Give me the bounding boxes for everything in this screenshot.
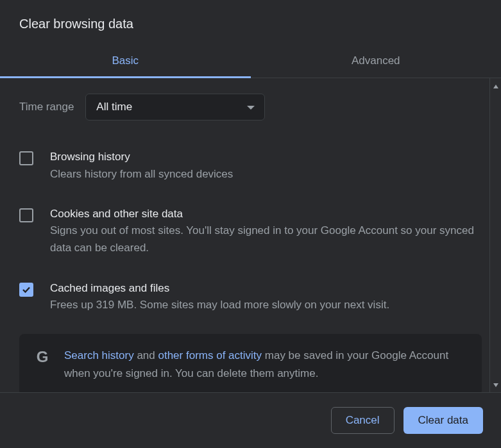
option-text: Browsing history Clears history from all… (50, 149, 482, 183)
scroll-down-icon[interactable] (493, 377, 499, 392)
checkbox-browsing-history[interactable] (19, 151, 33, 165)
google-account-notice: G Search history and other forms of acti… (19, 334, 482, 392)
option-browsing-history[interactable]: Browsing history Clears history from all… (19, 144, 482, 201)
option-title: Cached images and files (50, 280, 482, 297)
dialog-footer: Cancel Clear data (0, 392, 501, 448)
cancel-button[interactable]: Cancel (331, 407, 395, 434)
option-desc: Signs you out of most sites. You'll stay… (50, 222, 482, 256)
dialog-title: Clear browsing data (0, 0, 501, 46)
option-desc: Clears history from all synced devices (50, 165, 482, 183)
scroll-up-icon[interactable] (493, 78, 499, 94)
option-text: Cookies and other site data Signs you ou… (50, 206, 482, 257)
notice-link-search-history[interactable]: Search history (64, 349, 134, 361)
notice-text: Search history and other forms of activi… (64, 347, 468, 383)
tab-basic[interactable]: Basic (0, 46, 251, 78)
time-range-row: Time range All time (19, 94, 482, 120)
time-range-select[interactable]: All time (85, 94, 265, 120)
option-cache[interactable]: Cached images and files Frees up 319 MB.… (19, 275, 482, 332)
google-g-icon: G (33, 347, 51, 367)
option-text: Cached images and files Frees up 319 MB.… (50, 280, 482, 314)
scroll-area: Time range All time Browsing history Cle… (0, 78, 501, 392)
checkbox-cookies[interactable] (19, 208, 33, 222)
notice-link-other-activity[interactable]: other forms of activity (158, 349, 262, 361)
option-title: Cookies and other site data (50, 206, 482, 222)
option-cookies[interactable]: Cookies and other site data Signs you ou… (19, 201, 482, 275)
option-title: Browsing history (50, 149, 482, 165)
clear-data-button[interactable]: Clear data (403, 407, 483, 434)
checkbox-cache[interactable] (19, 283, 33, 297)
time-range-value: All time (96, 101, 132, 113)
content-pane: Time range All time Browsing history Cle… (0, 78, 501, 392)
check-icon (21, 285, 31, 295)
caret-down-icon (246, 101, 255, 113)
option-desc: Frees up 319 MB. Some sites may load mor… (50, 296, 482, 313)
time-range-label: Time range (19, 101, 74, 113)
tabs: Basic Advanced (0, 46, 501, 78)
vertical-scrollbar[interactable] (489, 78, 501, 392)
clear-browsing-data-dialog: Clear browsing data Basic Advanced Time … (0, 0, 501, 448)
tab-advanced[interactable]: Advanced (251, 46, 502, 78)
